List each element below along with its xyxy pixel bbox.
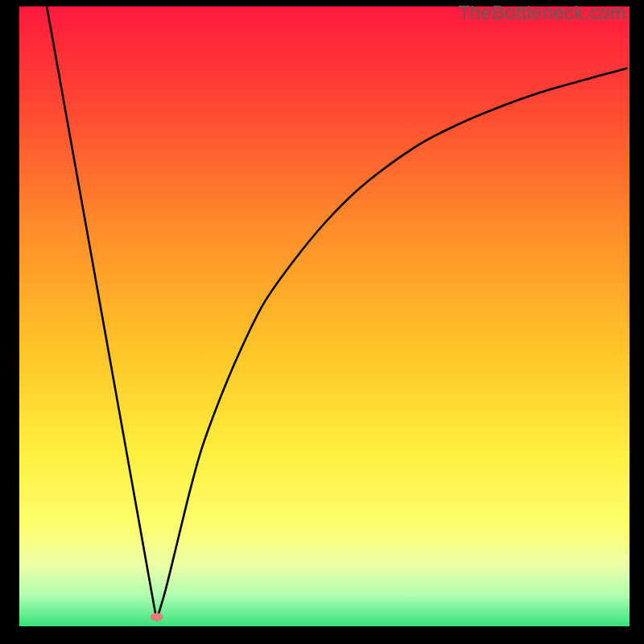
bottleneck-chart (19, 6, 630, 626)
watermark-text: TheBottleneck.com (458, 2, 626, 24)
min-marker (151, 613, 163, 621)
marker-layer (151, 613, 163, 621)
gradient-background (19, 6, 630, 626)
chart-frame (19, 6, 630, 626)
